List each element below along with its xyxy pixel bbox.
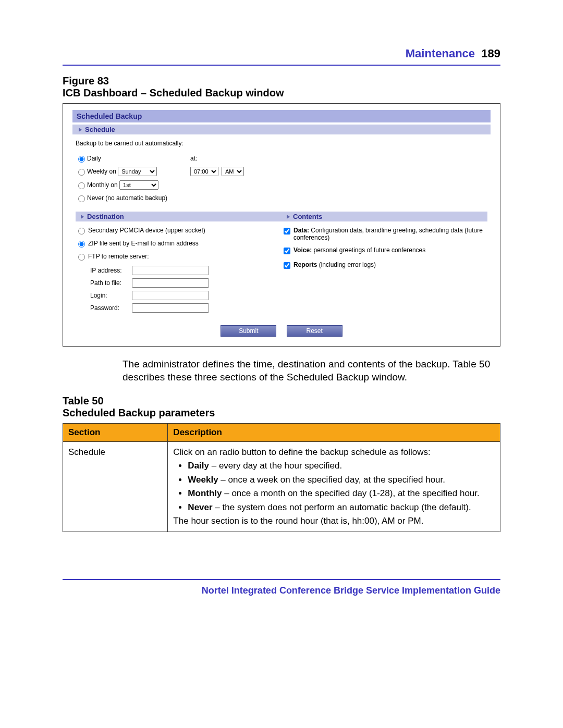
time-select[interactable]: 07:00 <box>190 167 218 176</box>
header-section: Maintenance <box>406 47 475 60</box>
contents-tab-label: Contents <box>293 213 322 220</box>
table-row: Schedule Click on an radio button to def… <box>63 442 500 532</box>
reset-button[interactable]: Reset <box>287 325 342 337</box>
submit-button[interactable]: Submit <box>221 325 276 337</box>
schedule-intro: Backup to be carried out automatically: <box>76 140 487 147</box>
figure-title: ICB Dashboard – Scheduled Backup window <box>63 87 284 98</box>
destination-section-header: Destination <box>76 212 282 221</box>
chevron-right-icon <box>78 127 83 132</box>
content-voice-checkbox[interactable] <box>284 248 290 254</box>
ftp-password-label: Password: <box>90 304 132 312</box>
table-label: Table 50 <box>63 395 104 406</box>
at-label: at: <box>190 155 197 162</box>
page-header: Maintenance 189 <box>63 47 500 60</box>
dest-ftp-label: FTP to remote server: <box>88 253 149 260</box>
never-radio[interactable] <box>78 195 85 202</box>
table-cell-section: Schedule <box>63 442 168 532</box>
ftp-login-input[interactable] <box>132 291 209 300</box>
ftp-password-input[interactable] <box>132 303 209 313</box>
dest-zip-label: ZIP file sent by E-mail to admin address <box>88 240 199 247</box>
content-data-checkbox[interactable] <box>284 228 290 235</box>
dest-ftp-radio[interactable] <box>78 254 85 261</box>
table-header-description: Description <box>168 424 500 442</box>
footer: Nortel Integrated Conference Bridge Serv… <box>63 579 500 596</box>
body-paragraph: The administrator defines the time, dest… <box>123 358 500 384</box>
list-item: Never – the system does not perform an a… <box>188 502 495 513</box>
weekly-day-select[interactable]: Sunday <box>118 167 157 176</box>
table-header-section: Section <box>63 424 168 442</box>
schedule-section-header: Schedule <box>72 125 491 134</box>
figure-caption: Figure 83 ICB Dashboard – Scheduled Back… <box>63 75 500 99</box>
contents-section-header: Contents <box>282 212 487 221</box>
content-reports-checkbox[interactable] <box>284 262 290 269</box>
content-reports-text: Reports (including error logs) <box>293 261 376 268</box>
weekly-label: Weekly on <box>87 168 116 175</box>
header-page-number: 189 <box>481 47 500 60</box>
svg-marker-2 <box>287 215 290 219</box>
table-cell-description: Click on an radio button to define the b… <box>168 442 500 532</box>
svg-marker-0 <box>79 128 82 132</box>
dest-pcmcia-radio[interactable] <box>78 228 85 235</box>
panel-title: Scheduled Backup <box>72 110 491 122</box>
chevron-right-icon <box>286 214 291 219</box>
dest-zip-radio[interactable] <box>78 241 85 248</box>
list-item: Monthly – once a month on the specified … <box>188 488 495 499</box>
ftp-login-label: Login: <box>90 292 132 299</box>
schedule-tab-label: Schedule <box>85 126 115 133</box>
list-item: Daily – every day at the hour specified. <box>188 461 495 471</box>
never-label: Never (no automatic backup) <box>87 194 167 202</box>
ftp-ip-label: IP address: <box>90 267 132 274</box>
content-voice-text: Voice: personal greetings of future conf… <box>293 246 425 254</box>
table-caption: Table 50 Scheduled Backup parameters <box>63 395 500 419</box>
ftp-path-input[interactable] <box>132 278 209 288</box>
ftp-ip-input[interactable] <box>132 266 209 275</box>
svg-marker-1 <box>81 215 84 219</box>
footer-text: Nortel Integrated Conference Bridge Serv… <box>202 585 500 596</box>
ftp-path-label: Path to file: <box>90 279 132 287</box>
destination-tab-label: Destination <box>87 213 124 220</box>
content-data-text: Data: Configuration data, brandline gree… <box>293 227 487 241</box>
monthly-radio[interactable] <box>78 182 85 189</box>
parameters-table: Section Description Schedule Click on an… <box>63 423 500 532</box>
ampm-select[interactable]: AM <box>222 167 244 176</box>
monthly-label: Monthly on <box>87 181 118 189</box>
daily-label: Daily <box>87 155 101 162</box>
figure-label: Figure 83 <box>63 75 109 87</box>
dest-pcmcia-label: Secondary PCMCIA device (upper socket) <box>88 227 205 234</box>
scheduled-backup-window: Scheduled Backup Schedule Backup to be c… <box>63 103 500 347</box>
weekly-radio[interactable] <box>78 169 85 176</box>
header-rule <box>63 65 500 66</box>
chevron-right-icon <box>80 214 85 219</box>
list-item: Weekly – once a week on the specified da… <box>188 475 495 485</box>
table-title: Scheduled Backup parameters <box>63 407 215 418</box>
daily-radio[interactable] <box>78 156 85 163</box>
monthly-day-select[interactable]: 1st <box>119 180 158 190</box>
